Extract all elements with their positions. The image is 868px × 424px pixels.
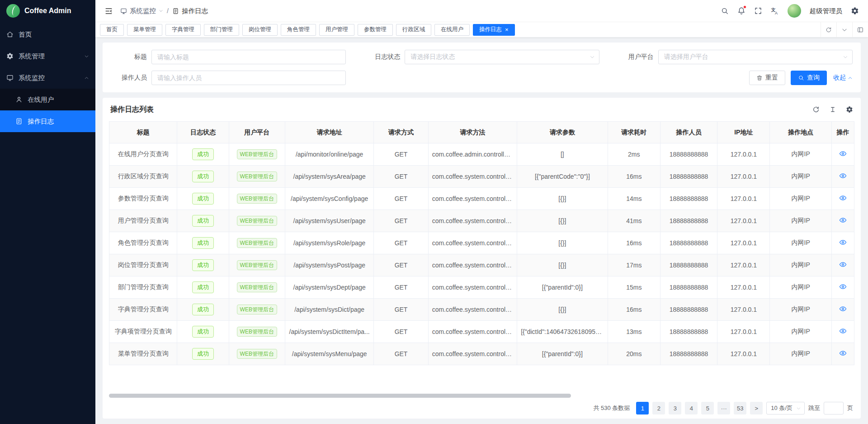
tab-在线用户[interactable]: 在线用户 xyxy=(434,24,470,36)
page-size-select[interactable]: 10 条/页 xyxy=(766,402,805,414)
cell-url: /api/monitor/online/page xyxy=(285,143,373,166)
page-button-3[interactable]: 3 xyxy=(669,402,681,414)
cell-url: /api/system/sysConfig/page xyxy=(285,188,373,210)
view-icon[interactable] xyxy=(839,216,847,224)
breadcrumb-item-system-monitor[interactable]: 系统监控 xyxy=(120,7,163,15)
avatar[interactable] xyxy=(788,4,801,18)
sidebar-item-home[interactable]: 首页 xyxy=(0,24,95,45)
refresh-icon[interactable] xyxy=(812,106,820,113)
scrollbar-thumb[interactable] xyxy=(109,394,571,398)
page-button-2[interactable]: 2 xyxy=(652,402,665,414)
table-row: 字典项管理分页查询成功WEB管理后台/api/system/sysDictIte… xyxy=(109,321,854,343)
view-icon[interactable] xyxy=(839,194,847,202)
platform-badge: WEB管理后台 xyxy=(237,282,277,292)
tab-参数管理[interactable]: 参数管理 xyxy=(358,24,393,36)
operator-input[interactable] xyxy=(157,74,340,81)
page-button-53[interactable]: 53 xyxy=(734,402,746,414)
bell-icon[interactable] xyxy=(737,7,745,15)
user-icon xyxy=(15,96,23,103)
cell-location: 内网IP xyxy=(770,232,831,254)
sidebar-item-operation-log[interactable]: 操作日志 xyxy=(0,110,95,132)
cell-url: /api/system/sysArea/page xyxy=(285,166,373,188)
tab-行政区域[interactable]: 行政区域 xyxy=(396,24,431,36)
menu-fold-icon[interactable] xyxy=(104,7,113,15)
cell-func: com.coffee.system.controlle... xyxy=(428,232,517,254)
view-icon[interactable] xyxy=(839,172,847,180)
cell-method: GET xyxy=(374,299,428,321)
layout-icon[interactable] xyxy=(852,22,868,37)
settings-icon[interactable] xyxy=(846,106,853,113)
tab-首页[interactable]: 首页 xyxy=(100,24,124,36)
status-select[interactable]: 请选择日志状态 xyxy=(405,50,599,64)
settings-icon[interactable] xyxy=(851,7,859,15)
table-wrap: 标题日志状态用户平台请求地址请求方式请求方法请求参数请求耗时操作人员IP地址操作… xyxy=(103,121,861,365)
cell-ip: 127.0.0.1 xyxy=(717,188,770,210)
cell-params: [{}] xyxy=(517,254,608,276)
view-icon[interactable] xyxy=(839,150,847,157)
cell-method: GET xyxy=(374,188,428,210)
page-ellipsis[interactable]: ··· xyxy=(717,402,730,414)
sidebar-item-label: 在线用户 xyxy=(28,95,54,104)
table-row: 用户管理分页查询成功WEB管理后台/api/system/sysUser/pag… xyxy=(109,210,854,232)
page-button-5[interactable]: 5 xyxy=(701,402,714,414)
sidebar-item-system-management[interactable]: 系统管理 xyxy=(0,45,95,67)
platform-select[interactable]: 请选择用户平台 xyxy=(658,50,853,64)
cell-duration: 14ms xyxy=(608,188,660,210)
cell-url: /api/system/sysPost/page xyxy=(285,254,373,276)
card-tools xyxy=(812,106,853,113)
field-platform: 用户平台 请选择用户平台 xyxy=(618,50,853,64)
cell-action xyxy=(831,276,854,299)
reset-button[interactable]: 重置 xyxy=(749,71,785,85)
tab-label: 首页 xyxy=(106,26,118,33)
breadcrumb-item-operation-log[interactable]: 操作日志 xyxy=(172,7,208,15)
tab-角色管理[interactable]: 角色管理 xyxy=(281,24,316,36)
sidebar-item-online-users[interactable]: 在线用户 xyxy=(0,89,95,110)
tab-close-icon[interactable]: × xyxy=(505,27,509,33)
cell-duration: 13ms xyxy=(608,321,660,343)
search-icon[interactable] xyxy=(721,7,729,15)
tab-label: 用户管理 xyxy=(326,26,348,33)
view-icon[interactable] xyxy=(839,349,847,357)
view-icon[interactable] xyxy=(839,261,847,268)
tab-岗位管理[interactable]: 岗位管理 xyxy=(242,24,278,36)
cell-location: 内网IP xyxy=(770,276,831,299)
view-icon[interactable] xyxy=(839,283,847,291)
chevron-up-icon xyxy=(848,76,853,81)
view-icon[interactable] xyxy=(839,327,847,335)
column-height-icon[interactable] xyxy=(829,106,836,113)
translate-icon[interactable] xyxy=(771,7,779,15)
cell-params: [{"parentId":0}] xyxy=(517,276,608,299)
jump-page-input[interactable] xyxy=(824,402,844,414)
cell-params: [] xyxy=(517,143,608,166)
column-header-请求方式: 请求方式 xyxy=(374,122,428,143)
cell-platform: WEB管理后台 xyxy=(229,166,285,188)
logo-text: Coffee Admin xyxy=(24,7,71,15)
tab-字典管理[interactable]: 字典管理 xyxy=(165,24,201,36)
collapse-link[interactable]: 收起 xyxy=(833,74,853,82)
tab-label: 在线用户 xyxy=(441,26,463,33)
column-header-请求耗时: 请求耗时 xyxy=(608,122,660,143)
chevron-down-icon xyxy=(84,54,89,59)
page-button-1[interactable]: 1 xyxy=(636,402,649,414)
cell-duration: 2ms xyxy=(608,143,660,166)
view-icon[interactable] xyxy=(839,238,847,246)
refresh-icon[interactable] xyxy=(821,22,836,37)
sidebar-submenu: 在线用户 操作日志 xyxy=(0,89,95,132)
page-button-4[interactable]: 4 xyxy=(685,402,698,414)
username[interactable]: 超级管理员 xyxy=(810,7,843,15)
cell-params: [{}] xyxy=(517,210,608,232)
view-icon[interactable] xyxy=(839,305,847,313)
tab-部门管理[interactable]: 部门管理 xyxy=(204,24,239,36)
chevron-down-icon[interactable] xyxy=(836,22,852,37)
cell-action xyxy=(831,254,854,276)
tab-操作日志[interactable]: 操作日志× xyxy=(473,24,515,36)
cell-location: 内网IP xyxy=(770,210,831,232)
next-page-button[interactable]: > xyxy=(750,402,763,414)
tab-用户管理[interactable]: 用户管理 xyxy=(319,24,354,36)
title-input[interactable] xyxy=(157,53,340,61)
fullscreen-icon[interactable] xyxy=(754,7,762,15)
sidebar-item-system-monitor[interactable]: 系统监控 xyxy=(0,67,95,89)
cell-action xyxy=(831,188,854,210)
search-button[interactable]: 查询 xyxy=(791,71,827,85)
tab-菜单管理[interactable]: 菜单管理 xyxy=(127,24,162,36)
